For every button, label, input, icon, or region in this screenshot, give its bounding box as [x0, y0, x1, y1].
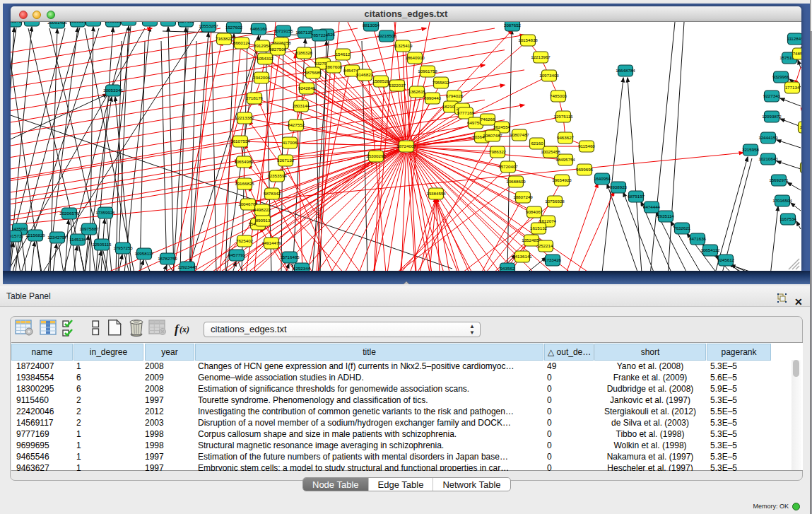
svg-text:417006: 417006: [283, 140, 298, 145]
svg-text:16648784: 16648784: [616, 68, 635, 73]
svg-text:1012705: 1012705: [141, 22, 159, 23]
svg-text:15720407: 15720407: [498, 164, 518, 169]
svg-text:1167534: 1167534: [779, 216, 796, 221]
svg-text:20206576: 20206576: [59, 211, 79, 216]
svg-text:10688609: 10688609: [506, 179, 526, 184]
svg-text:5875685: 5875685: [305, 70, 322, 75]
svg-text:9146821: 9146821: [356, 72, 374, 77]
svg-text:177134: 177134: [785, 85, 800, 90]
svg-text:7857224: 7857224: [311, 33, 329, 37]
svg-text:7163822: 7163822: [216, 36, 233, 41]
svg-text:1588520: 1588520: [372, 78, 390, 83]
svg-text:890913: 890913: [256, 218, 271, 223]
svg-text:12923448: 12923448: [177, 264, 197, 269]
svg-text:943562: 943562: [500, 266, 515, 271]
svg-text:10654112: 10654112: [700, 247, 720, 252]
svg-text:746266: 746266: [481, 117, 495, 122]
svg-text:1112845: 1112845: [787, 36, 801, 41]
svg-text:19218506: 19218506: [377, 33, 396, 38]
svg-text:12342757: 12342757: [47, 235, 67, 240]
svg-text:10210643: 10210643: [758, 156, 778, 161]
svg-text:9777169: 9777169: [457, 110, 475, 115]
svg-text:12975115: 12975115: [553, 114, 573, 119]
svg-text:62160: 62160: [531, 141, 543, 146]
svg-text:3624554: 3624554: [493, 124, 511, 129]
svg-text:12156829: 12156829: [25, 233, 45, 238]
svg-text:1145134: 1145134: [69, 237, 86, 242]
svg-text:10553267: 10553267: [199, 23, 218, 28]
svg-text:(x): (x): [180, 325, 189, 334]
svg-text:14914479: 14914479: [261, 240, 281, 245]
svg-text:9245612: 9245612: [717, 257, 735, 262]
svg-text:748500: 748500: [793, 51, 801, 56]
svg-text:8186328: 8186328: [295, 50, 313, 55]
svg-text:10654982: 10654982: [234, 159, 254, 164]
svg-text:6879197: 6879197: [628, 194, 645, 199]
svg-text:3267130: 3267130: [277, 158, 295, 163]
svg-text:10719155: 10719155: [273, 28, 293, 33]
svg-text:755124: 755124: [86, 22, 101, 23]
svg-text:1615132: 1615132: [530, 226, 548, 230]
svg-text:12213967: 12213967: [531, 54, 551, 59]
svg-text:18807249: 18807249: [513, 194, 533, 199]
svg-text:17957253: 17957253: [113, 245, 133, 250]
svg-text:1054312: 1054312: [257, 56, 274, 61]
svg-text:17359926: 17359926: [95, 210, 115, 215]
svg-text:4498222: 4498222: [254, 207, 271, 212]
svg-text:7955812: 7955812: [433, 80, 450, 85]
svg-text:8813054: 8813054: [363, 23, 380, 28]
svg-text:15692971: 15692971: [769, 177, 789, 182]
svg-text:10973403: 10973403: [539, 73, 559, 78]
svg-text:3912954: 3912954: [254, 43, 271, 48]
svg-text:1527602: 1527602: [177, 22, 195, 23]
svg-text:391573: 391573: [11, 233, 22, 238]
svg-text:2718176: 2718176: [246, 95, 264, 100]
svg-text:2867608: 2867608: [325, 64, 343, 69]
svg-text:7986322: 7986322: [489, 149, 507, 154]
svg-text:3215958: 3215958: [742, 147, 760, 152]
svg-text:1733426: 1733426: [544, 257, 562, 262]
svg-text:11325419: 11325419: [393, 43, 413, 48]
svg-text:9474444: 9474444: [643, 204, 661, 209]
svg-text:8660124: 8660124: [233, 40, 251, 45]
svg-text:12505115: 12505115: [92, 242, 112, 247]
svg-text:10154838: 10154838: [518, 37, 538, 42]
svg-text:1362615: 1362615: [408, 89, 426, 94]
svg-text:19384554: 19384554: [426, 191, 446, 196]
svg-text:1055326: 1055326: [69, 22, 87, 23]
svg-text:14136141: 14136141: [512, 254, 532, 259]
svg-text:10807487: 10807487: [483, 133, 502, 138]
svg-text:20053346: 20053346: [103, 88, 123, 93]
svg-text:10961758: 10961758: [418, 69, 437, 74]
svg-text:2087652: 2087652: [504, 23, 522, 28]
svg-text:5878342: 5878342: [264, 191, 281, 196]
svg-text:252214: 252214: [539, 243, 553, 248]
svg-text:1640954: 1640954: [594, 176, 611, 181]
svg-text:17016504: 17016504: [772, 198, 792, 203]
svg-text:10756928: 10756928: [545, 199, 565, 204]
svg-text:9227343: 9227343: [763, 93, 781, 98]
svg-text:2005572: 2005572: [23, 22, 41, 23]
svg-text:8938923: 8938923: [610, 185, 628, 189]
svg-text:154612: 154612: [336, 52, 351, 57]
svg-text:9827506: 9827506: [269, 47, 287, 52]
svg-text:18724007: 18724007: [396, 144, 416, 148]
svg-text:10025458: 10025458: [541, 149, 560, 154]
svg-text:10807487: 10807487: [510, 132, 529, 137]
svg-text:8427552: 8427552: [288, 122, 305, 127]
svg-text:17215: 17215: [799, 124, 801, 129]
svg-text:1063521: 1063521: [105, 22, 122, 23]
svg-text:14055724: 14055724: [11, 22, 24, 23]
svg-text:12353594: 12353594: [267, 173, 287, 178]
svg-text:9084067: 9084067: [526, 209, 543, 214]
svg-text:9329966: 9329966: [772, 74, 790, 79]
svg-text:9115460: 9115460: [578, 144, 595, 148]
svg-text:1292344: 1292344: [293, 266, 311, 271]
svg-text:16782759: 16782759: [158, 256, 177, 261]
svg-text:6794028: 6794028: [446, 93, 464, 98]
svg-text:9463627: 9463627: [557, 135, 575, 140]
svg-text:12093872: 12093872: [762, 114, 782, 119]
svg-text:10958117: 10958117: [134, 251, 154, 256]
svg-text:18640910: 18640910: [405, 55, 425, 60]
svg-text:19654923: 19654923: [552, 177, 572, 182]
